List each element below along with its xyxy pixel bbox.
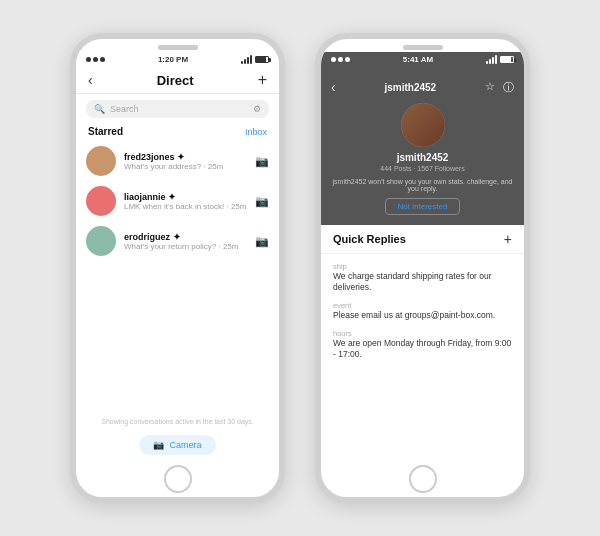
- phone-quick-replies: 5:41 AM ‹ jsmith2452 ☆ ⓘ: [315, 33, 530, 503]
- status-bar-left: [86, 57, 105, 62]
- phone-speaker-area: [321, 39, 524, 52]
- battery-icon: [500, 56, 514, 63]
- not-interested-button[interactable]: Not interested: [385, 198, 461, 215]
- compose-button[interactable]: +: [258, 71, 267, 89]
- info-icon[interactable]: ⓘ: [503, 80, 514, 95]
- status-time: 1:20 PM: [158, 55, 188, 64]
- signal-bar: [250, 55, 252, 64]
- signal-bar: [486, 61, 488, 64]
- status-dot: [331, 57, 336, 62]
- search-bar[interactable]: 🔍 Search ⚙: [86, 100, 269, 118]
- avatar: [86, 226, 116, 256]
- avatar-image: [401, 103, 445, 147]
- conv-message: What's your return policy? · 25m: [124, 242, 247, 251]
- nav-bar: ‹ Direct +: [76, 67, 279, 94]
- phone-direct: 1:20 PM ‹ Direct + 🔍 Search ⚙: [70, 33, 285, 503]
- conv-info: liaojannie ✦ LMK when it's back in stock…: [124, 192, 247, 211]
- signal-bar: [247, 57, 249, 64]
- screen-quick-replies: 5:41 AM ‹ jsmith2452 ☆ ⓘ: [321, 52, 524, 461]
- signal-bar: [241, 61, 243, 64]
- quick-replies-header: Quick Replies +: [321, 225, 524, 254]
- conversation-list: fred23jones ✦ What's your address? · 25m…: [76, 141, 279, 414]
- signal-bars: [241, 55, 252, 64]
- signal-bars: [486, 55, 497, 64]
- shortcut-label: hours: [333, 329, 512, 338]
- reply-text: Please email us at groups@paint-box.com.: [333, 310, 512, 321]
- list-item[interactable]: fred23jones ✦ What's your address? · 25m…: [76, 141, 279, 181]
- status-bar-left: [331, 57, 350, 62]
- profile-username-nav: jsmith2452: [384, 82, 436, 93]
- signal-bar: [244, 59, 246, 64]
- avatar: [86, 186, 116, 216]
- camera-icon[interactable]: 📷: [255, 235, 269, 248]
- speaker: [403, 45, 443, 50]
- status-bar-right: [486, 55, 514, 64]
- home-button[interactable]: [409, 465, 437, 493]
- shortcut-label: event: [333, 301, 512, 310]
- profile-username: jsmith2452: [397, 152, 449, 163]
- camera-icon[interactable]: 📷: [255, 195, 269, 208]
- status-dot: [93, 57, 98, 62]
- footer-note: Showing conversations active in the last…: [76, 414, 279, 429]
- search-icon: 🔍: [94, 104, 105, 114]
- camera-button[interactable]: 📷 Camera: [139, 435, 215, 455]
- reply-text: We are open Monday through Friday, from …: [333, 338, 512, 360]
- reply-text: We charge standard shipping rates for ou…: [333, 271, 512, 293]
- status-dot: [100, 57, 105, 62]
- back-icon[interactable]: ‹: [331, 79, 336, 95]
- camera-btn-icon: 📷: [153, 440, 164, 450]
- status-bar: 5:41 AM: [321, 52, 524, 67]
- signal-bar: [495, 55, 497, 64]
- status-dot: [338, 57, 343, 62]
- status-dot: [86, 57, 91, 62]
- conv-info: fred23jones ✦ What's your address? · 25m: [124, 152, 247, 171]
- list-item[interactable]: hours We are open Monday through Friday,…: [321, 325, 524, 364]
- conv-message: What's your address? · 25m: [124, 162, 247, 171]
- conv-name: fred23jones ✦: [124, 152, 247, 162]
- list-item[interactable]: liaojannie ✦ LMK when it's back in stock…: [76, 181, 279, 221]
- camera-btn-label: Camera: [169, 440, 201, 450]
- status-time: 5:41 AM: [403, 55, 433, 64]
- quick-replies-title: Quick Replies: [333, 233, 406, 245]
- camera-button-area: 📷 Camera: [76, 429, 279, 461]
- conv-name: erodriguez ✦: [124, 232, 247, 242]
- search-input[interactable]: Search: [110, 104, 248, 114]
- signal-bar: [492, 57, 494, 64]
- status-dot: [345, 57, 350, 62]
- profile-action-icons: ☆ ⓘ: [485, 80, 514, 95]
- phone-speaker-area: [76, 39, 279, 52]
- star-icon[interactable]: ☆: [485, 80, 495, 95]
- speaker: [158, 45, 198, 50]
- profile-stats: 444 Posts · 1567 Followers: [380, 165, 464, 172]
- profile-header: ‹ jsmith2452 ☆ ⓘ jsmith2452 444 Posts · …: [321, 67, 524, 225]
- avatar: [86, 146, 116, 176]
- inbox-link[interactable]: Inbox: [245, 127, 267, 137]
- back-button[interactable]: ‹: [88, 72, 93, 88]
- section-title: Starred: [88, 126, 123, 137]
- signal-bar: [489, 59, 491, 64]
- quick-replies-section: Quick Replies + ship We charge standard …: [321, 225, 524, 461]
- camera-icon[interactable]: 📷: [255, 155, 269, 168]
- list-item[interactable]: event Please email us at groups@paint-bo…: [321, 297, 524, 325]
- nav-title: Direct: [157, 73, 194, 88]
- profile-description: jsmith2452 won't show you your own stats…: [331, 178, 514, 192]
- profile-nav: ‹ jsmith2452 ☆ ⓘ: [331, 79, 514, 95]
- home-button[interactable]: [164, 465, 192, 493]
- conv-name: liaojannie ✦: [124, 192, 247, 202]
- status-bar-right: [241, 55, 269, 64]
- quick-replies-list: ship We charge standard shipping rates f…: [321, 254, 524, 461]
- profile-avatar: [401, 103, 445, 147]
- conv-message: LMK when it's back in stock! · 25m: [124, 202, 247, 211]
- section-header: Starred Inbox: [76, 122, 279, 141]
- add-quick-reply-button[interactable]: +: [504, 231, 512, 247]
- list-item[interactable]: erodriguez ✦ What's your return policy? …: [76, 221, 279, 261]
- screen-direct: 1:20 PM ‹ Direct + 🔍 Search ⚙: [76, 52, 279, 461]
- conv-info: erodriguez ✦ What's your return policy? …: [124, 232, 247, 251]
- battery-icon: [255, 56, 269, 63]
- filter-icon[interactable]: ⚙: [253, 104, 261, 114]
- shortcut-label: ship: [333, 262, 512, 271]
- list-item[interactable]: ship We charge standard shipping rates f…: [321, 258, 524, 297]
- status-bar: 1:20 PM: [76, 52, 279, 67]
